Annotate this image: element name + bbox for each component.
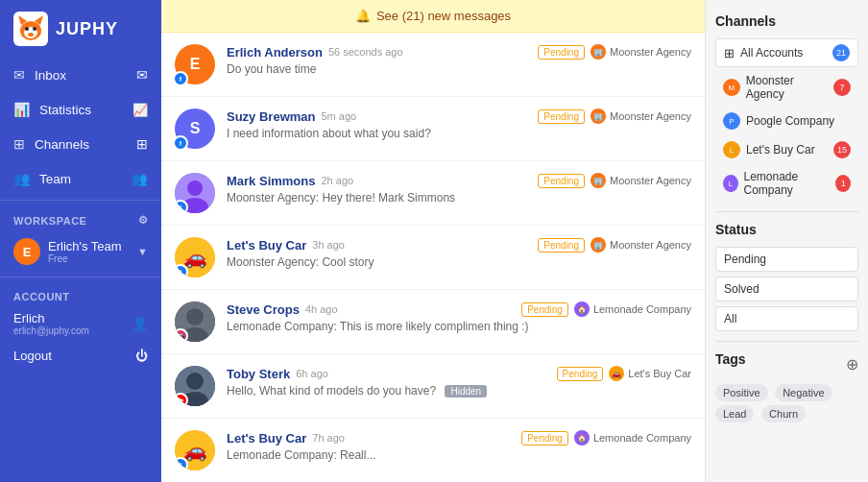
nav-channels-label: Channels <box>35 137 89 152</box>
svg-point-9 <box>187 181 203 196</box>
conversation-time: 5m ago <box>321 110 356 122</box>
workspace-name: Erlich's Team <box>48 239 137 253</box>
channel-lemonade[interactable]: L Lemonade Company 1 <box>715 165 858 202</box>
tags-section: Tags ⊕ <box>715 351 858 376</box>
conversation-body: Steve Crops 4h ago Pending 🏠 Lemonade Co… <box>227 301 691 333</box>
nav-team[interactable]: 👥 Team 👥 <box>0 161 161 196</box>
channel-label: Let's Buy Car <box>746 143 815 157</box>
channel-letsbuyCar[interactable]: L Let's Buy Car 15 <box>715 136 858 163</box>
nav-inbox[interactable]: ✉ Inbox ✉ <box>0 58 161 92</box>
conversation-item[interactable]: f Mark Simmons 2h ago Pending 🏢 Moonster… <box>161 161 705 226</box>
workspace-expand-icon: ▼ <box>137 246 148 257</box>
account-badge: 🏠 Lemonade Company <box>574 301 691 317</box>
channel-poogle[interactable]: P Poogle Company <box>715 108 858 134</box>
conversation-item[interactable]: ▶ Toby Sterk 6h ago Pending 🚗 Let's Buy … <box>161 354 705 419</box>
bell-icon: 🔔 <box>355 9 371 23</box>
conversation-body: Mark Simmons 2h ago Pending 🏢 Moonster A… <box>227 173 691 205</box>
add-tag-icon[interactable]: ⊕ <box>846 355 858 374</box>
youtube-badge: ▶ <box>175 393 188 406</box>
conversation-item[interactable]: 🚗 f Let's Buy Car 7h ago Pending 🏠 Lemon… <box>161 419 705 482</box>
conversation-meta: Pending 🏢 Moonster Agency <box>538 44 691 60</box>
channel-moonster[interactable]: M Moonster Agency 7 <box>715 69 858 106</box>
channel-avatar: P <box>723 112 740 130</box>
main-content: 🔔 See (21) new messages E f Erlich Ander… <box>161 0 705 482</box>
svg-point-14 <box>186 308 204 325</box>
account-name-label: Moonster Agency <box>610 239 691 251</box>
logout-button[interactable]: Logout ⏻ <box>0 341 161 371</box>
account-badge: 🚗 Let's Buy Car <box>609 366 691 381</box>
tag-negative[interactable]: Negative <box>775 384 832 401</box>
conversation-preview: Lemonade Company: Reall... <box>227 448 591 462</box>
channel-avatar: L <box>723 141 740 158</box>
tag-positive[interactable]: Positive <box>715 384 768 401</box>
grid-icon: ⊞ <box>724 46 735 60</box>
channels-title: Channels <box>715 13 858 29</box>
channel-avatar: M <box>723 79 740 96</box>
conversation-meta: Pending 🏠 Lemonade Company <box>521 430 691 446</box>
avatar: 📷 <box>175 301 215 342</box>
conversation-meta: Pending 🚗 Let's Buy Car <box>557 366 691 381</box>
conversation-time: 2h ago <box>321 175 353 186</box>
status-badge: Pending <box>538 109 585 124</box>
channel-label: Lemonade Company <box>744 170 836 197</box>
account-badge: 🏠 Lemonade Company <box>574 430 691 446</box>
account-dot: 🏢 <box>591 237 606 253</box>
conversation-item[interactable]: 📷 Steve Crops 4h ago Pending 🏠 Lemonade … <box>161 290 705 354</box>
sidebar: JUPHY ✉ Inbox ✉ 📊 Statistics 📈 ⊞ Channel… <box>0 0 161 482</box>
conversation-name: Let's Buy Car <box>227 238 306 253</box>
facebook-badge: f <box>175 264 188 277</box>
tag-lead[interactable]: Lead <box>715 405 754 422</box>
channel-avatar: L <box>723 175 738 192</box>
channel-all-accounts[interactable]: ⊞ All Accounts 21 <box>715 38 858 67</box>
channel-left: M Moonster Agency <box>723 74 833 101</box>
account-user[interactable]: Erlich erlich@juphy.com 👤 <box>0 306 161 341</box>
workspace-avatar: E <box>13 238 40 265</box>
nav-inbox-label: Inbox <box>35 68 66 83</box>
svg-point-5 <box>25 27 29 31</box>
account-dot: 🚗 <box>609 366 624 381</box>
conversation-item[interactable]: S f Suzy Brewman 5m ago Pending 🏢 Moonst… <box>161 97 705 161</box>
right-panel: Channels ⊞ All Accounts 21 M Moonster Ag… <box>705 0 868 482</box>
conversation-item[interactable]: 🚗 f Let's Buy Car 3h ago Pending 🏢 Moons… <box>161 226 705 290</box>
tag-churn[interactable]: Churn <box>761 405 806 422</box>
logo-text: JUPHY <box>56 19 118 39</box>
team-icon: 👥 <box>13 171 30 186</box>
tags-container: Positive Negative Lead Churn <box>715 384 858 426</box>
status-badge: Pending <box>538 45 585 60</box>
workspace-selector[interactable]: E Erlich's Team Free ▼ <box>0 230 161 273</box>
channel-badge: 21 <box>832 44 850 61</box>
workspace-settings-icon[interactable]: ⚙ <box>138 214 149 227</box>
svg-text:🚗: 🚗 <box>183 439 207 462</box>
account-name-label: Lemonade Company <box>593 432 691 444</box>
workspace-info: Erlich's Team Free <box>48 239 137 264</box>
logo-area: JUPHY <box>0 0 161 58</box>
facebook-badge: f <box>173 71 188 86</box>
logout-label: Logout <box>13 349 52 363</box>
status-pending[interactable]: Pending <box>715 247 858 272</box>
account-section: Account <box>0 281 161 306</box>
status-badge: Pending <box>557 367 604 381</box>
nav-channels[interactable]: ⊞ Channels ⊞ <box>0 127 161 161</box>
banner-text: See (21) new messages <box>376 9 511 23</box>
status-title: Status <box>715 222 858 237</box>
status-solved[interactable]: Solved <box>715 277 858 301</box>
status-all[interactable]: All <box>715 306 858 331</box>
new-messages-banner[interactable]: 🔔 See (21) new messages <box>161 0 705 33</box>
facebook-badge: f <box>175 457 188 470</box>
facebook-badge: f <box>175 200 188 213</box>
status-badge: Pending <box>538 238 585 253</box>
account-badge: 🏢 Moonster Agency <box>591 237 691 253</box>
channel-label: All Accounts <box>740 46 803 60</box>
conversation-meta: Pending 🏢 Moonster Agency <box>538 173 691 188</box>
account-dot: 🏢 <box>591 173 606 188</box>
conversations-list: E f Erlich Anderson 56 seconds ago Pendi… <box>161 33 705 482</box>
account-name: Erlich <box>13 311 89 325</box>
account-name-label: Lemonade Company <box>593 303 691 315</box>
channel-label: Poogle Company <box>746 114 834 128</box>
conversation-item[interactable]: E f Erlich Anderson 56 seconds ago Pendi… <box>161 33 705 97</box>
conversation-preview: I need information about what you said? <box>227 127 591 140</box>
nav-statistics[interactable]: 📊 Statistics 📈 <box>0 92 161 127</box>
account-badge: 🏢 Moonster Agency <box>591 44 691 60</box>
conversation-body: Let's Buy Car 7h ago Pending 🏠 Lemonade … <box>227 430 691 462</box>
nav-team-label: Team <box>39 172 71 186</box>
